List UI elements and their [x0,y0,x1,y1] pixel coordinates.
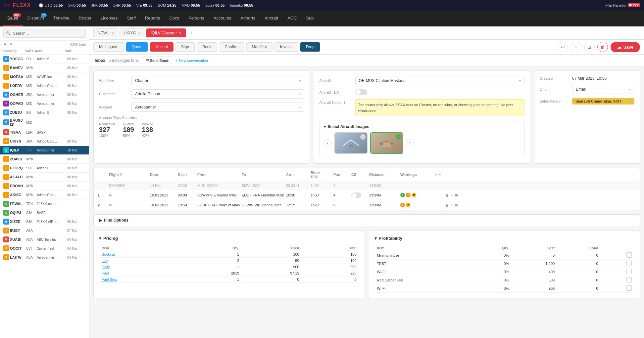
account-name: Aeropartner [37,93,67,97]
pricing-header[interactable]: ▾ Pricing [99,236,359,241]
confirm-button[interactable]: Confirm [219,42,244,52]
tab-close-icon[interactable]: ✕ [138,31,141,35]
profit-checkbox[interactable] [626,261,632,266]
list-item[interactable]: B OGHER JRA Aeropartner 08 Mar [0,90,89,99]
sales-person-select[interactable]: Saurabh Chandrakar, SCH ▾ [572,98,634,105]
find-options-card[interactable]: ▶ Find Options [93,214,640,226]
list-item[interactable]: C FEWAL TEN FL3XX-opera... [0,199,89,208]
tab-ukiyg[interactable]: UKIYG✕ [120,28,145,37]
sort-icon[interactable]: ⇅ [10,42,13,46]
profit-checkbox[interactable] [626,277,632,282]
profit-checkbox[interactable] [626,285,632,291]
list-item[interactable]: R TISAA LBR BASF [0,128,89,137]
account-name: Aeropartner [37,148,67,152]
aircraft-tba-toggle[interactable] [355,89,367,95]
aircraft-image-1[interactable]: ○ [334,132,368,154]
list-item[interactable]: F ZUAVU MYK 08 Mar [0,155,89,164]
list-item[interactable]: B ZUEJU SO Adrian B. 08 Mar [0,108,89,117]
add-row-icon[interactable]: + [451,203,453,207]
branch-button[interactable]: ⑂ [571,42,581,52]
list-item[interactable]: F EZOPQ SO Adrian B. 08 Mar [0,164,89,173]
avatar: F [3,156,9,162]
profit-checkbox[interactable] [626,252,632,258]
sign-button[interactable]: Sign [175,42,195,52]
nav-item-aircraft[interactable]: Aircraft [260,11,283,26]
nav-item-dispatch[interactable]: Dispatch15 [23,11,49,26]
aircraft-image-2[interactable]: ✓ [370,132,403,154]
new-conversation-button[interactable]: + New conversation [175,59,208,63]
nav-item-reports[interactable]: Reports [140,11,165,26]
manifest-button[interactable]: Manifest [246,42,272,52]
quote-button[interactable]: Quote [126,42,148,52]
cs-toggle-1[interactable] [351,192,361,198]
list-item[interactable]: F IFJEY ABA 07 Mar [0,226,89,235]
created-field: Created 07 Mar 2023, 10:56 [540,76,634,81]
multi-quote-button[interactable]: Multi quote [93,42,124,52]
add-flight-icon[interactable]: + [435,173,437,177]
send-email-button[interactable]: ✉ Send Email [142,57,172,64]
search-input[interactable] [3,29,86,38]
nav-item-roster[interactable]: Roster [74,11,96,26]
carousel-prev-button[interactable]: ‹ [324,139,332,147]
list-item[interactable]: F BANEV MYK 09 Mar [0,63,89,72]
add-row-icon[interactable]: + [451,193,453,197]
nav-item-aoc[interactable]: AOC [283,11,301,26]
nav-item-persons[interactable]: Persons [184,11,209,26]
list-item[interactable]: F QOPAD MID Aeropartner 08 Mar [0,99,89,108]
profitability-header[interactable]: ▾ Profitability [374,236,635,241]
list-item[interactable]: B YOEGC SO Adrian B. 09 Mar [0,55,89,63]
list-item[interactable]: F LAITW ABA Aeropartner 04 Mar [0,253,89,262]
customer-select[interactable]: Artelia Glason ▾ [131,89,304,99]
more-options-icon[interactable]: ··· [438,173,441,177]
copy-button[interactable]: ⊡ [584,42,595,52]
tab-close-icon[interactable]: ✕ [111,31,114,35]
grid-icon[interactable]: ⊞ [455,203,458,207]
list-item[interactable]: C OQIPJ SJA BASF [0,208,89,217]
tab-new1[interactable]: NEW1✕ [93,28,118,37]
list-item[interactable]: F MOESA MID ACME Inc 08 Mar [0,72,89,81]
accept-button[interactable]: Accept [150,42,173,52]
list-item[interactable]: Q IQILV JRA Aeropartner 10 Mar [0,146,89,155]
list-item[interactable]: B XIZEE SJA FL3XX-AIR-a... 08 Mar [0,217,89,226]
delete-row-icon[interactable]: 🗑 [445,193,449,197]
delete-row-icon[interactable]: 🗑 [445,203,449,207]
images-header[interactable]: ▾ Select Aircraft Images [324,124,520,129]
save-button[interactable]: ☁ Save [611,42,640,52]
flights-table-header: Flight # Date Dep t From To Arr t Block … [94,168,640,181]
aircraft-notes-text: The owner only allows 2 PAX max on Chart… [355,99,525,116]
profit-checkbox[interactable] [626,269,632,274]
list-item[interactable]: B BAUGJ (2) MID [0,117,89,128]
list-item[interactable]: R XUABI ABA ABC Toys Inc 04 Mar [0,235,89,244]
add-tab-button[interactable]: + [187,29,195,37]
list-item[interactable]: F OQCIT CVI Ciprian Test 04 Mar [0,244,89,253]
nav-item-sub[interactable]: Sub [301,11,318,26]
list-item[interactable]: F UKIYG JRA Adhoc Corp... 08 Mar [0,137,89,146]
book-button[interactable]: Book [197,42,217,52]
account-select[interactable]: Aeropartner ▾ [131,103,304,112]
carousel-next-button[interactable]: › [406,139,414,147]
tab-iqilv[interactable]: IQILV Glason *✕ [146,28,186,37]
list-item[interactable]: F EBOVH MYK 08 Mar [0,182,89,190]
invoice-button[interactable]: Invoice [274,42,298,52]
origin-select[interactable]: Email ▾ [572,85,634,94]
tab-close-icon[interactable]: ✕ [179,31,181,35]
filter-icon[interactable]: ▼ [3,42,7,46]
list-item[interactable]: F ACALU MYK 08 Mar [0,173,89,182]
drop-button[interactable]: Drop [300,42,320,52]
undo-button[interactable]: ↩ [558,42,568,52]
workflow-select[interactable]: Charter ▾ [131,76,304,85]
nav-item-sales[interactable]: Sales80+ [3,11,23,26]
nav-item-docs[interactable]: Docs [165,11,184,26]
nav-item-accounts[interactable]: Accounts [209,11,236,26]
aircraft-select[interactable]: OE-MUS Citation Mustang ▾ [355,76,525,85]
nav-item-timeline[interactable]: Timeline [49,11,74,26]
avatar: B [3,92,9,98]
list-item[interactable]: F LOEDV MID Adhoc Corp... 08 Mar [0,81,89,90]
user-profile[interactable]: Filip Ranebo FLEXX [605,3,640,7]
nav-item-staff[interactable]: Staff [122,11,140,26]
nav-item-airports[interactable]: Airports [236,11,260,26]
delete-button[interactable]: 🗑 [597,42,608,52]
list-item[interactable]: F AKISG MYK Adhoc Corp... 08 Mar [0,190,89,199]
nav-item-licenses[interactable]: Licenses [96,11,122,26]
grid-icon[interactable]: ⊞ [455,193,458,197]
